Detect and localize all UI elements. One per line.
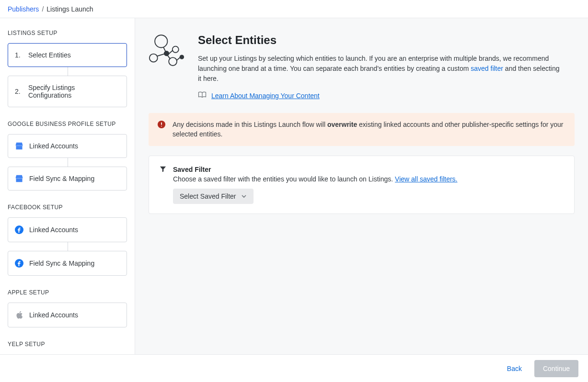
google-business-icon [15,142,23,150]
overwrite-warning-alert: Any decisions made in this Listings Laun… [149,113,575,146]
breadcrumb: Publishers / Listings Launch [0,0,588,18]
dropdown-label: Select Saved Filter [180,192,236,200]
svg-line-11 [157,54,164,56]
saved-filter-title: Saved Filter [173,166,564,173]
svg-point-9 [180,55,184,59]
sidebar-section-yelp: YELP SETUP [8,341,127,348]
continue-button[interactable]: Continue [534,360,578,377]
select-saved-filter-dropdown[interactable]: Select Saved Filter [173,189,254,204]
step-number: 2. [15,88,23,95]
back-button[interactable]: Back [503,362,526,375]
svg-line-12 [169,50,173,54]
step-label: Specify Listings Configurations [28,84,120,99]
google-business-icon [15,175,23,182]
svg-point-6 [173,46,179,53]
svg-rect-0 [16,146,22,149]
sidebar-facebook-linked-accounts[interactable]: Linked Accounts [8,217,127,242]
alert-text-before: Any decisions made in this Listings Laun… [173,121,327,128]
alert-text-bold: overwrite [327,121,357,128]
book-open-icon [198,91,207,100]
saved-filter-panel: Saved Filter Choose a saved filter with … [149,156,575,214]
page-title: Select Entities [198,34,562,47]
sidebar-item-label: Field Sync & Mapping [29,175,94,182]
sidebar-google-linked-accounts[interactable]: Linked Accounts [8,134,127,158]
apple-icon [15,311,23,319]
svg-point-4 [155,35,167,47]
sidebar: LISTINGS SETUP 1. Select Entities 2. Spe… [0,18,135,354]
sidebar-section-apple: APPLE SETUP [8,289,127,296]
sidebar-item-label: Linked Accounts [29,142,78,150]
learn-managing-content-link[interactable]: Learn About Managing Your Content [211,92,320,100]
facebook-icon [15,225,23,234]
sidebar-facebook-field-sync[interactable]: Field Sync & Mapping [8,251,127,276]
svg-point-5 [150,54,158,62]
main-content: Select Entities Set up your Listings by … [135,18,588,354]
step-connector [68,242,68,251]
sidebar-step-select-entities[interactable]: 1. Select Entities [8,43,127,67]
svg-line-10 [163,47,166,52]
warning-icon [157,120,166,129]
sidebar-section-facebook: FACEBOOK SETUP [8,204,127,211]
facebook-icon [15,259,23,268]
sidebar-google-field-sync[interactable]: Field Sync & Mapping [8,167,127,191]
page-description: Set up your Listings by selecting which … [198,54,562,84]
svg-line-14 [176,57,180,61]
svg-rect-17 [161,123,162,125]
step-number: 1. [15,51,23,59]
step-connector [68,158,68,167]
sidebar-apple-linked-accounts[interactable]: Linked Accounts [8,303,127,327]
sidebar-section-google: GOOGLE BUSINESS PROFILE SETUP [8,121,127,127]
breadcrumb-publishers-link[interactable]: Publishers [8,5,39,13]
step-label: Select Entities [28,51,71,59]
breadcrumb-separator: / [42,5,44,13]
sidebar-section-listings-setup: LISTINGS SETUP [8,30,127,36]
breadcrumb-current: Listings Launch [46,5,93,13]
view-all-saved-filters-link[interactable]: View all saved filters. [395,175,457,183]
filter-icon [160,166,166,174]
sidebar-step-specify-configurations[interactable]: 2. Specify Listings Configurations [8,76,127,107]
sidebar-item-label: Linked Accounts [29,311,78,319]
svg-rect-1 [16,179,22,182]
saved-filter-description: Choose a saved filter with the entities … [173,175,395,183]
svg-rect-18 [161,126,162,127]
entities-network-icon [149,34,184,69]
saved-filter-inline-link[interactable]: saved filter [471,65,503,72]
footer-bar: Back Continue [0,354,588,382]
sidebar-item-label: Linked Accounts [29,226,78,234]
sidebar-item-label: Field Sync & Mapping [29,259,94,267]
chevron-down-icon [241,193,247,199]
step-connector [68,67,68,76]
svg-line-13 [167,55,170,59]
svg-point-8 [164,51,169,56]
